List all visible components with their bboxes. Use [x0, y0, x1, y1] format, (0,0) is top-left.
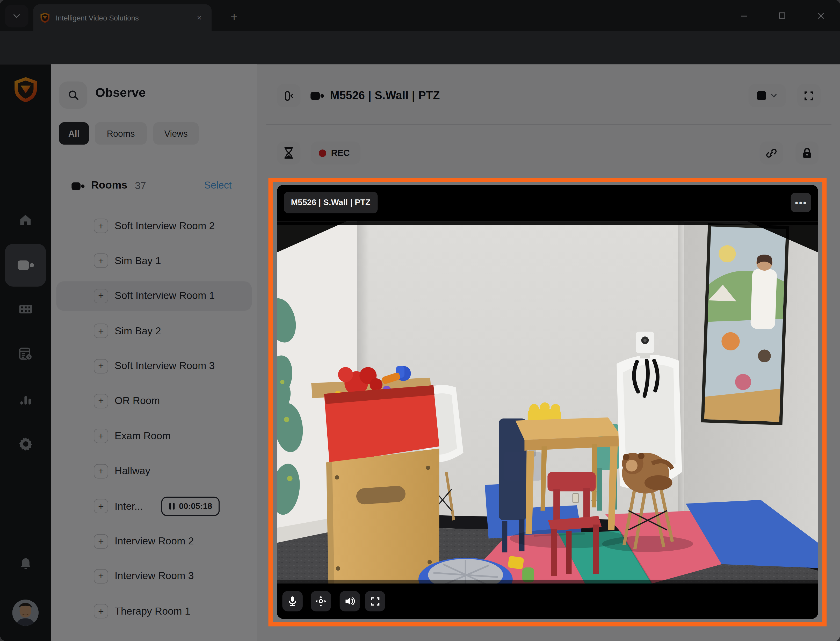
room-list-item[interactable]: + OR Room [56, 387, 252, 416]
window-maximize-button[interactable] [763, 0, 801, 31]
room-name: Soft Interview Room 2 [115, 220, 215, 232]
rooms-label: Rooms [91, 179, 127, 192]
expand-room-button[interactable]: + [94, 464, 108, 478]
observe-panel: Observe All Rooms Views Rooms 37 Select … [51, 64, 257, 641]
sidebar-item-recordings[interactable] [0, 298, 51, 320]
player-camera-label: M5526 | S.Wall | PTZ [284, 192, 378, 213]
tab-close-button[interactable]: × [193, 12, 205, 24]
rooms-count: 37 [135, 180, 146, 192]
window-close-button[interactable] [801, 0, 840, 31]
tab-search-button[interactable] [5, 5, 29, 27]
rec-label: REC [331, 148, 350, 158]
player-control-bar [277, 583, 818, 619]
home-icon [18, 213, 33, 227]
valt-logo [13, 76, 39, 103]
microphone-icon [288, 596, 297, 607]
hourglass-icon [283, 147, 294, 159]
filter-tab-views[interactable]: Views [153, 122, 199, 145]
room-list-item[interactable]: + Sim Bay 2 [56, 316, 252, 346]
collapse-panel-icon [282, 89, 295, 102]
room-list-item[interactable]: + Therapy Room 1 [56, 596, 252, 626]
expand-room-button[interactable]: + [94, 289, 108, 303]
pan-tilt-icon [315, 596, 327, 607]
ptz-pad-button[interactable] [311, 591, 331, 612]
sidebar-item-schedule[interactable] [0, 343, 51, 366]
sidebar-item-notifications[interactable] [0, 552, 51, 575]
search-button[interactable] [59, 81, 87, 109]
link-icon [766, 147, 777, 159]
browser-tab[interactable]: Intelligent Video Solutions × [33, 5, 212, 31]
header-divider [266, 124, 832, 125]
room-list-item[interactable]: + Soft Interview Room 1 [56, 281, 252, 311]
player-menu-button[interactable]: ●●● [791, 193, 811, 212]
fullscreen-layout-button[interactable] [797, 84, 821, 107]
video-player[interactable]: M5526 | S.Wall | PTZ ●●● [277, 185, 818, 619]
screenshot-stage: Intelligent Video Solutions × + https://… [0, 0, 840, 641]
room-list-item[interactable]: + Soft Interview Room 2 [56, 211, 252, 241]
camera-icon [310, 90, 325, 102]
new-tab-button[interactable]: + [225, 8, 243, 26]
room-name: Exam Room [115, 430, 171, 442]
minimize-icon [740, 11, 748, 19]
layout-selector-button[interactable] [748, 84, 786, 107]
select-link[interactable]: Select [204, 179, 232, 192]
room-list: + Soft Interview Room 2 + Sim Bay 1 + So… [51, 211, 257, 626]
film-strip-icon [18, 303, 33, 316]
session-timer-button[interactable] [277, 142, 301, 164]
collapse-panel-button[interactable] [277, 84, 301, 107]
room-name: Interview Room 3 [115, 570, 194, 582]
room-list-item[interactable]: + Inter... 00:05:18 [56, 491, 252, 521]
wall-picture [701, 223, 789, 425]
chevron-down-icon [770, 92, 777, 99]
lock-button[interactable] [795, 142, 819, 164]
chevron-down-icon [13, 12, 21, 21]
room-name: Therapy Room 1 [115, 605, 191, 617]
expand-room-button[interactable]: + [94, 394, 108, 408]
sidebar-item-home[interactable] [0, 208, 51, 231]
mic-button[interactable] [282, 591, 303, 612]
room-name: OR Room [115, 395, 160, 407]
sidebar-item-settings[interactable] [0, 433, 51, 455]
room-name: Sim Bay 1 [115, 255, 161, 267]
gear-icon [18, 436, 33, 451]
room-list-item[interactable]: + Hallway [56, 456, 252, 486]
expand-room-button[interactable]: + [94, 499, 108, 513]
pause-icon [169, 502, 175, 510]
rec-indicator[interactable]: REC [311, 142, 360, 164]
expand-room-button[interactable]: + [94, 604, 108, 618]
expand-room-button[interactable]: + [94, 219, 108, 233]
bell-icon [18, 557, 32, 571]
sidebar-item-observe[interactable] [5, 244, 46, 287]
close-icon [817, 11, 825, 19]
filter-tab-all[interactable]: All [59, 122, 89, 145]
rec-dot-icon [319, 149, 326, 157]
window-minimize-button[interactable] [724, 0, 763, 31]
room-name: Inter... [115, 500, 143, 512]
copy-link-button[interactable] [760, 142, 783, 164]
expand-room-button[interactable]: + [94, 569, 108, 583]
room-list-item[interactable]: + Soft Interview Room 3 [56, 351, 252, 381]
fullscreen-icon [370, 596, 380, 606]
expand-room-button[interactable]: + [94, 359, 108, 373]
player-top-bar: M5526 | S.Wall | PTZ ●●● [277, 185, 818, 221]
layout-square-icon [757, 91, 766, 100]
camera-title: M5526 | S.Wall | PTZ [330, 89, 440, 102]
room-list-item[interactable]: + Interview Room 2 [56, 527, 252, 556]
fullscreen-icon [803, 90, 814, 101]
player-fullscreen-button[interactable] [365, 591, 385, 612]
room-list-item[interactable]: + Sim Bay 1 [56, 246, 252, 275]
room-list-item[interactable]: + Exam Room [56, 421, 252, 451]
sidebar-item-statistics[interactable] [0, 388, 51, 411]
browser-window: Intelligent Video Solutions × + https://… [0, 0, 840, 641]
toy-organizer [311, 366, 439, 583]
filter-tab-rooms[interactable]: Rooms [95, 122, 147, 145]
user-avatar[interactable] [13, 599, 39, 626]
expand-room-button[interactable]: + [94, 324, 108, 338]
room-list-item[interactable]: + Interview Room 3 [56, 562, 252, 591]
camera-video-frame [277, 221, 818, 583]
rooms-header: Rooms 37 Select [51, 177, 257, 196]
expand-room-button[interactable]: + [94, 254, 108, 268]
volume-button[interactable] [340, 591, 360, 612]
expand-room-button[interactable]: + [94, 534, 108, 549]
expand-room-button[interactable]: + [94, 429, 108, 443]
